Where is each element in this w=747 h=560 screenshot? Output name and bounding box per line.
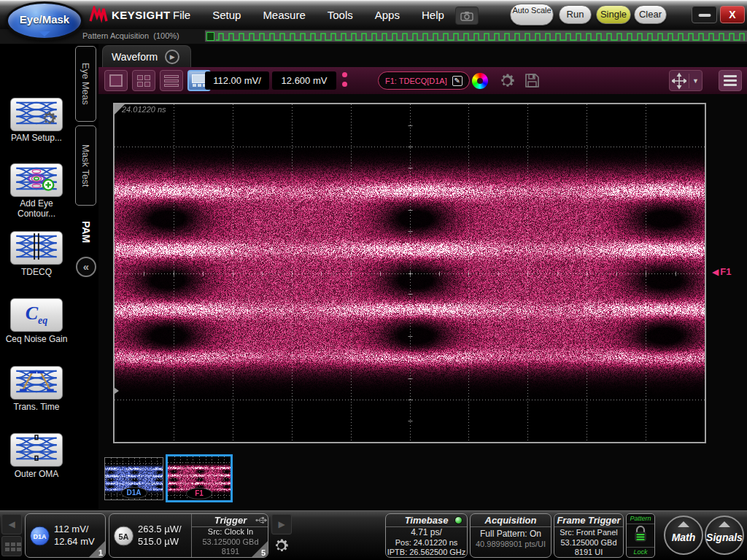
channel-5a-readout: 263.5 µW/ 515.0 µW (138, 523, 182, 548)
function-source-pill[interactable]: F1: TDECQ[D1A] ✎ (378, 71, 470, 90)
dropdown-icon[interactable]: ▼ (689, 74, 702, 88)
add-eye-contour-icon (15, 165, 58, 195)
eye-mask-label: Eye/Mask (20, 13, 69, 26)
close-button[interactable]: X (720, 6, 745, 23)
screenshot-button[interactable] (455, 7, 479, 25)
auto-scale-button[interactable]: Auto Scale (510, 4, 554, 26)
camera-icon (460, 11, 473, 21)
trans-time-icon (15, 368, 58, 398)
layout-grid-button[interactable] (132, 70, 155, 91)
scale-stepper-dots[interactable] (342, 72, 348, 91)
channel-grid-button[interactable] (1, 536, 22, 556)
sidebar-collapse-button[interactable]: « (76, 257, 96, 277)
up-triangle-icon (678, 521, 689, 527)
scroll-channels-left-button[interactable]: ◀ (1, 514, 22, 534)
math-button[interactable]: Math (664, 516, 703, 555)
timebase-panel[interactable]: Timebase 4.71 ps/ Pos: 24.01220 ns IPTB:… (385, 513, 468, 558)
run-button[interactable]: Run (559, 5, 592, 24)
channel-5a-index: 5 (261, 548, 266, 557)
title-bar: KEYSIGHT File Setup Measure Tools Apps H… (0, 0, 747, 29)
frame-trigger-rate: 53.125000 GBd (554, 538, 623, 548)
pam-setup-button[interactable] (10, 98, 63, 131)
tab-eye-meas[interactable]: Eye Meas (75, 46, 96, 122)
layout-rows-icon (164, 75, 179, 87)
flexdca-application: KEYSIGHT File Setup Measure Tools Apps H… (0, 0, 747, 560)
pattern-acquisition-label: Pattern Acquisition (100%) (82, 31, 179, 40)
color-picker-button[interactable] (472, 73, 488, 89)
trans-time-button[interactable] (10, 366, 63, 400)
outer-oma-label: Outer OMA (0, 470, 73, 480)
minimize-button[interactable] (692, 6, 717, 23)
eye-mask-mode-button[interactable]: Eye/Mask (6, 1, 83, 40)
menu-measure[interactable]: Measure (263, 9, 305, 21)
pattern-lock-bottom-label: Lock (627, 547, 654, 557)
single-button[interactable]: Single (596, 5, 631, 24)
waveform-settings-button[interactable] (498, 72, 516, 93)
layout-thumbnails-icon (192, 74, 206, 87)
acquisition-panel[interactable]: Acquisition Full Pattern: On 40.98998901… (470, 513, 551, 558)
channel-d1a-panel[interactable]: D1A 112 mV/ 12.64 mV 1 (25, 513, 106, 558)
timebase-scale: 4.71 ps/ (386, 528, 467, 538)
eye-diagram-display[interactable]: 24.01220 ns (113, 103, 706, 443)
pattern-lock-top-label: Pattern (627, 514, 654, 524)
edit-icon[interactable]: ✎ (452, 76, 462, 86)
menu-setup[interactable]: Setup (212, 9, 241, 21)
frame-trigger-source: Src: Front Panel (554, 528, 623, 538)
signals-button[interactable]: Signals (705, 516, 744, 555)
timebase-led-indicator (454, 516, 462, 524)
usb-icon (255, 517, 267, 524)
tab-pam[interactable]: PAM (75, 210, 96, 254)
layout-single-icon (109, 74, 123, 87)
channel-settings-button[interactable] (271, 536, 292, 556)
status-bar: ◀ D1A 112 mV/ 12.64 mV 1 5A 263.5 µW/ 51… (0, 510, 747, 560)
vertical-offset-field[interactable]: 12.600 mV (272, 71, 336, 90)
thumbnail-d1a[interactable]: D1A (104, 457, 163, 500)
tdecq-button[interactable] (10, 231, 63, 265)
timebase-position: Pos: 24.01220 ns (386, 538, 467, 548)
clear-button[interactable]: Clear (634, 5, 667, 24)
save-button[interactable] (525, 73, 540, 88)
trigger-source: Src: Clock In (192, 527, 268, 537)
move-cross-icon (672, 72, 686, 90)
tab-mask-test[interactable]: Mask Test (75, 125, 96, 206)
scroll-channels-right-button[interactable]: ▶ (271, 514, 292, 534)
add-eye-contour-button[interactable] (10, 163, 63, 197)
acquisition-points: 40.98998901 pts/UI (471, 540, 551, 550)
menu-file[interactable]: File (173, 9, 190, 21)
chevron-down-icon (39, 31, 50, 36)
panel-menu-button[interactable] (719, 70, 742, 91)
eye-diagram-canvas[interactable] (115, 104, 705, 442)
menu-help[interactable]: Help (422, 9, 444, 21)
math-button-label: Math (672, 532, 696, 543)
channel-5a-trigger-panel[interactable]: 5A 263.5 µW/ 515.0 µW Trigger Src: (109, 513, 268, 558)
pattern-waveform-icon (216, 31, 745, 43)
timebase-annotation: 24.01220 ns (122, 105, 166, 114)
minimize-icon (698, 14, 711, 17)
waveform-panel: Waveform ▶ 112.00 mV/ 12.600 mV F1: TDEC… (98, 44, 747, 510)
layout-single-button[interactable] (104, 70, 128, 91)
frame-trigger-panel[interactable]: Frame Trigger Src: Front Panel 53.125000… (554, 513, 624, 558)
grid-icon (5, 542, 21, 551)
ceq-noise-gain-button[interactable]: Ceq (10, 298, 63, 332)
move-waveform-button[interactable]: ▼ (669, 70, 703, 91)
vertical-scale-field[interactable]: 112.00 mV/ (205, 71, 269, 90)
gear-icon (273, 537, 290, 560)
add-eye-contour-label: Add Eye Contour... (0, 199, 73, 219)
layout-rows-button[interactable] (160, 70, 183, 91)
waveform-tab-label: Waveform (112, 51, 158, 63)
frame-trigger-ui: 8191 UI (554, 548, 623, 558)
category-tab-strip: Eye Meas Mask Test PAM « (73, 44, 98, 510)
f1-marker-label: F1 (720, 266, 731, 277)
pattern-lock-panel: Pattern Lock (626, 513, 655, 558)
function-source-label: F1: TDECQ[D1A] (385, 77, 447, 85)
save-icon (525, 73, 540, 88)
menu-tools[interactable]: Tools (328, 9, 353, 21)
menu-apps[interactable]: Apps (375, 9, 400, 21)
menu-icon (724, 75, 737, 77)
play-icon[interactable]: ▶ (165, 50, 179, 64)
trans-time-label: Trans. Time (0, 402, 73, 413)
thumbnail-f1[interactable]: F1 (166, 454, 233, 502)
tdecq-icon (15, 233, 58, 263)
outer-oma-button[interactable] (10, 433, 63, 467)
waveform-tab[interactable]: Waveform ▶ (102, 45, 191, 67)
